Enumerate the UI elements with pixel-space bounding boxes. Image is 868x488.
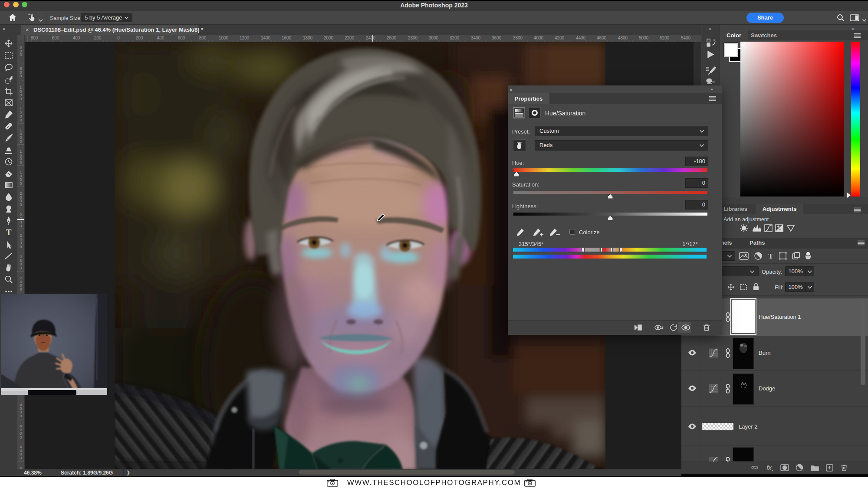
svg-text:fx: fx	[766, 464, 772, 471]
svg-text:T: T	[768, 252, 773, 260]
svg-text:T: T	[6, 228, 12, 237]
